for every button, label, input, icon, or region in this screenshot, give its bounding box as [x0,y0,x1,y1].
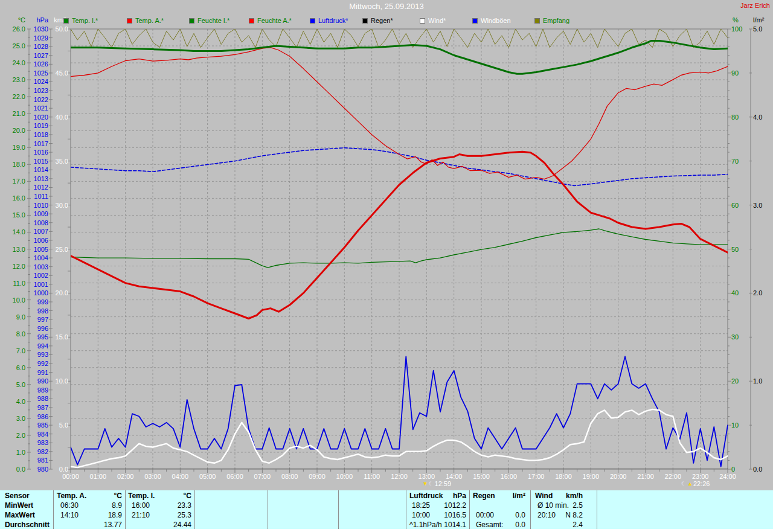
tick-label-lm2: 3.0 [753,202,771,209]
col-wind-unit: km/h [547,492,583,500]
tick-label-hpa: 1029 [28,35,48,42]
row-label-durchschnitt: Durchschnitt [5,521,50,529]
table-corner-label: Sensor [5,492,30,500]
legend-label-windboeen: Windböen [481,18,511,24]
table-divider [53,490,54,529]
legend-label-regen: Regen* [371,18,393,24]
tick-label-kmh: 20.0 [48,290,68,296]
legend-label-wind: Wind* [428,18,446,24]
tick-label-kmh: 0.0 [48,466,68,473]
tick-label-kmh: 15.0 [48,334,68,341]
windboeen-swatch [472,18,478,24]
axis-header-hpa: hPa [28,16,48,24]
tick-label-celsius: 13.0 [5,246,25,253]
axis-header-lm2: l/m² [753,16,772,24]
tick-label-percent: 30 [731,334,751,341]
arrow-down-icon: ▼ [423,481,428,487]
time-label: 11:00 [360,473,384,480]
tick-label-celsius: 9.0 [5,314,25,321]
time-label: 20:00 [606,473,630,480]
time-label: 04:00 [168,473,192,480]
watermark-author: Jarz Erich [740,2,770,9]
time-label: 24:00 [716,473,740,480]
tick-label-celsius: 16.0 [5,195,25,202]
time-label: 06:00 [223,473,247,480]
luftdruck-min: 1012.2 [426,501,466,510]
tick-label-kmh: 50.0 [48,26,68,33]
temp-i-swatch [63,18,69,24]
tick-label-hpa: 1026 [28,61,48,68]
legend-item-temp-i[interactable]: Temp. I.* [63,18,98,24]
legend-item-luftdruck[interactable]: Luftdruck* [310,18,348,24]
tick-label-hpa: 998 [28,308,48,315]
temp-i-avg: 24.44 [154,521,191,529]
tick-label-hpa: 995 [28,334,48,341]
tick-label-celsius: 22.0 [5,94,25,100]
tick-label-hpa: 1027 [28,53,48,59]
temp-i-min-time: 16:00 [132,501,150,510]
temp-i-min: 23.3 [154,501,191,510]
row-label-minwert: MinWert [5,501,33,510]
tick-label-hpa: 1018 [28,132,48,138]
tick-label-hpa: 993 [28,351,48,358]
tick-label-hpa: 1008 [28,220,48,226]
legend-item-wind[interactable]: Wind* [420,18,446,24]
legend-item-regen[interactable]: Regen* [362,18,393,24]
tick-label-percent: 90 [731,70,751,77]
tick-label-celsius: 17.0 [5,178,25,185]
col-temp-i-unit: °C [158,492,191,500]
tick-label-hpa: 1000 [28,290,48,296]
tick-label-kmh: 40.0 [48,114,68,121]
table-divider [194,490,195,529]
tick-label-celsius: 6.0 [5,365,25,371]
legend-label-empfang: Empfang [543,18,569,24]
tick-label-celsius: 26.0 [5,26,25,33]
col-luftdruck-unit: hPa [434,492,466,500]
tick-label-hpa: 1015 [28,158,48,165]
marker-time-label: 22:26 [693,480,710,487]
tick-label-lm2: 1.0 [753,378,771,385]
empfang-swatch [534,18,540,24]
tick-label-hpa: 992 [28,361,48,367]
time-label: 09:00 [305,473,329,480]
time-label: 01:00 [86,473,110,480]
legend-item-feuchte-a[interactable]: Feuchte A.* [249,18,292,24]
col-temp-i-name: Temp. I. [128,492,155,500]
tick-label-kmh: 25.0 [48,246,68,253]
time-label: 15:00 [469,473,493,480]
time-label: 12:00 [387,473,411,480]
tick-label-hpa: 996 [28,325,48,332]
tick-label-percent: 70 [731,158,751,165]
tick-label-percent: 80 [731,114,751,121]
table-divider [338,490,339,529]
moonset-marker: ▼☾12:59 [423,480,452,487]
series-feuchte-i [71,229,728,268]
legend-item-feuchte-i[interactable]: Feuchte I.* [189,18,229,24]
tick-label-lm2: 0.0 [753,466,771,473]
legend-item-empfang[interactable]: Empfang [534,18,569,24]
temp-a-min: 8.9 [85,501,122,510]
tick-label-hpa: 1006 [28,237,48,244]
legend-item-windboeen[interactable]: Windböen [472,18,511,24]
arrow-up-icon: ▲ [687,481,693,487]
moon-icon: ☾ [681,481,686,487]
tick-label-hpa: 986 [28,414,48,420]
tick-label-hpa: 988 [28,396,48,402]
tick-label-celsius: 14.0 [5,229,25,236]
tick-label-celsius: 2.0 [5,432,25,439]
tick-label-celsius: 20.0 [5,127,25,134]
table-divider [597,490,597,529]
tick-label-hpa: 997 [28,316,48,323]
col-temp-a-name: Temp. A. [57,492,86,500]
time-label: 14:00 [442,473,466,480]
table-divider [268,490,268,529]
legend-item-temp-a[interactable]: Temp. A.* [127,18,164,24]
col-temp-a-unit: °C [91,492,122,500]
tick-label-hpa: 1019 [28,123,48,129]
tick-label-hpa: 984 [28,431,48,438]
tick-label-hpa: 989 [28,387,48,394]
tick-label-hpa: 1025 [28,70,48,77]
tick-label-kmh: 45.0 [48,70,68,77]
wind-avg: 2.4 [547,521,583,529]
tick-label-percent: 20 [731,378,751,385]
